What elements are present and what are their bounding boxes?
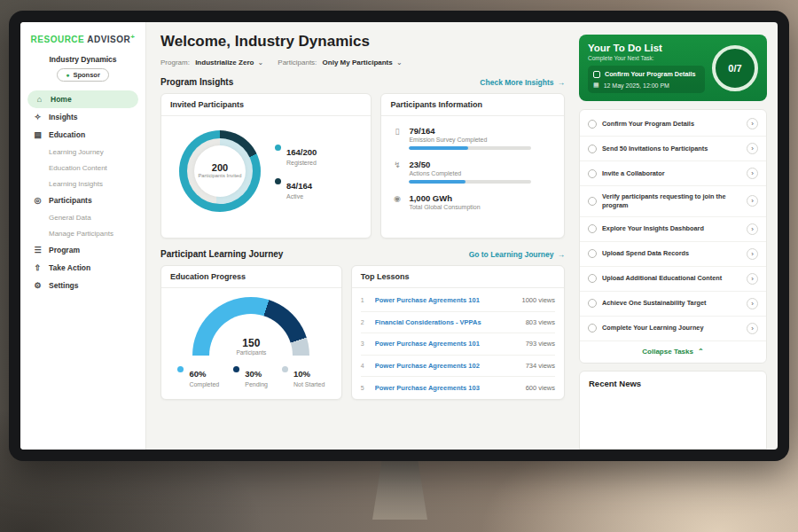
sidebar-item-learning-journey[interactable]: Learning Journey xyxy=(20,144,145,160)
teal-dot-icon xyxy=(275,145,281,151)
task-checkbox[interactable] xyxy=(588,120,597,129)
checkbox-icon[interactable] xyxy=(593,71,600,78)
lesson-link[interactable]: Financial Considerations - VPPAs xyxy=(375,318,519,326)
task-row[interactable]: Achieve One Sustainability Target › xyxy=(580,292,766,317)
collapse-tasks-button[interactable]: Collapse Tasks ⌃ xyxy=(580,341,766,361)
todo-next-task-box[interactable]: Confirm Your Program Details ▦ 12 May 20… xyxy=(588,66,705,93)
chevron-right-icon[interactable]: › xyxy=(747,118,758,129)
education-legend: 60% Completed 30% Pending xyxy=(177,364,325,387)
education-gauge-chart: 150 Participants xyxy=(192,297,309,356)
navy-dot-icon xyxy=(233,366,239,372)
sidebar-item-learning-insights[interactable]: Learning Insights xyxy=(20,176,145,192)
lesson-link[interactable]: Power Purchase Agreements 102 xyxy=(375,362,519,370)
chevron-right-icon[interactable]: › xyxy=(747,248,758,260)
go-to-learning-journey-link[interactable]: Go to Learning Journey → xyxy=(469,250,565,259)
sidebar-item-manage-participants[interactable]: Manage Participants xyxy=(20,225,145,241)
info-value: 1,000 GWh xyxy=(409,193,480,203)
lesson-rank: 2 xyxy=(361,319,368,325)
todo-title: Your To Do List xyxy=(588,43,705,53)
lesson-link[interactable]: Power Purchase Agreements 103 xyxy=(375,384,519,392)
sidebar-item-participants[interactable]: ◎ Participants xyxy=(20,192,145,209)
logo-text-primary: RESOURCE xyxy=(31,35,85,44)
monitor-stand xyxy=(372,458,427,520)
task-checkbox[interactable] xyxy=(588,169,597,178)
sidebar-item-education-content[interactable]: Education Content xyxy=(20,160,145,176)
sidebar-item-education[interactable]: ▤ Education xyxy=(20,126,145,144)
chevron-right-icon[interactable]: › xyxy=(747,195,758,207)
lesson-row[interactable]: 2 Financial Considerations - VPPAs 803 v… xyxy=(361,312,555,334)
legend-label: Completed xyxy=(189,381,219,387)
section-title: Program Insights xyxy=(160,77,233,87)
lesson-row[interactable]: 1 Power Purchase Agreements 101 1000 vie… xyxy=(361,290,555,312)
task-row[interactable]: Invite a Collaborator › xyxy=(580,161,766,186)
chevron-down-icon[interactable]: ⌄ xyxy=(396,59,403,66)
gauge-center-label: 150 Participants xyxy=(192,337,309,356)
info-value: 79/164 xyxy=(409,126,531,136)
pin-icon: ◉ xyxy=(392,193,402,210)
task-label: Explore Your Insights Dashboard xyxy=(602,224,741,233)
task-row[interactable]: Explore Your Insights Dashboard › xyxy=(580,217,766,242)
lesson-rank: 4 xyxy=(361,363,368,369)
sidebar-item-program[interactable]: ☰ Program xyxy=(20,241,145,259)
sponsor-badge[interactable]: ● Sponsor xyxy=(57,68,109,82)
chevron-right-icon[interactable]: › xyxy=(747,223,758,235)
task-checkbox[interactable] xyxy=(588,224,597,233)
sidebar-item-general-data[interactable]: General Data xyxy=(20,209,145,225)
task-row[interactable]: Verify participants requesting to join t… xyxy=(580,186,766,217)
chevron-right-icon[interactable]: › xyxy=(747,323,758,334)
task-checkbox[interactable] xyxy=(588,324,597,332)
task-row[interactable]: Send 50 Invitations to Participants › xyxy=(580,137,766,161)
task-row[interactable]: Confirm Your Program Details › xyxy=(580,112,766,137)
lesson-row[interactable]: 4 Power Purchase Agreements 102 734 view… xyxy=(361,356,555,378)
lesson-row[interactable]: 5 Power Purchase Agreements 103 600 view… xyxy=(361,377,555,399)
legend-label: Not Started xyxy=(293,381,325,387)
sidebar-item-settings[interactable]: ⚙ Settings xyxy=(20,277,145,294)
insights-cards-row: Invited Participants 200 Participants In… xyxy=(160,93,565,239)
task-checkbox[interactable] xyxy=(588,274,597,283)
legend-value: 60% xyxy=(189,369,206,379)
lesson-link[interactable]: Power Purchase Agreements 101 xyxy=(375,340,519,348)
lesson-views: 793 views xyxy=(526,340,555,348)
sidebar-item-insights[interactable]: ✧ Insights xyxy=(20,108,145,126)
lessons-list: 1 Power Purchase Agreements 101 1000 vie… xyxy=(352,288,564,399)
invited-participants-card: Invited Participants 200 Participants In… xyxy=(160,93,372,239)
chevron-right-icon[interactable]: › xyxy=(747,143,758,154)
arrow-right-icon: → xyxy=(558,78,566,87)
chevron-right-icon[interactable]: › xyxy=(747,298,758,309)
lesson-link[interactable]: Power Purchase Agreements 101 xyxy=(375,296,515,304)
sidebar-item-home[interactable]: ⌂ Home xyxy=(27,90,138,108)
task-row[interactable]: Complete Your Learning Journey › xyxy=(580,317,766,341)
chevron-right-icon[interactable]: › xyxy=(747,273,758,285)
chevron-down-icon[interactable]: ⌄ xyxy=(258,59,264,66)
program-icon: ☰ xyxy=(33,246,43,254)
chevron-right-icon[interactable]: › xyxy=(747,168,758,179)
legend-label: Active xyxy=(286,193,312,200)
task-checkbox[interactable] xyxy=(588,145,597,153)
task-checkbox[interactable] xyxy=(588,299,597,308)
card-title: Invited Participants xyxy=(161,94,371,116)
sidebar-item-take-action[interactable]: ⇧ Take Action xyxy=(20,259,145,277)
education-card-body: 150 Participants 60% Completed xyxy=(161,288,341,387)
donut-center-caption: Participants Invited xyxy=(199,173,242,180)
filter-bar: Program: Industrialize Zero ⌄ Participan… xyxy=(160,59,565,66)
legend-label: Registered xyxy=(286,160,317,166)
take-action-icon: ⇧ xyxy=(33,263,43,272)
lesson-row[interactable]: 3 Power Purchase Agreements 101 793 view… xyxy=(361,333,555,356)
program-filter-value[interactable]: Industrialize Zero xyxy=(195,59,254,66)
app-logo: RESOURCE ADVISOR+ xyxy=(20,33,145,44)
task-row[interactable]: Upload Spend Data Records › xyxy=(580,242,766,267)
task-checkbox[interactable] xyxy=(588,249,597,258)
task-row[interactable]: Upload Additional Educational Content › xyxy=(580,267,766,292)
task-checkbox[interactable] xyxy=(588,197,597,206)
legend-item-active: 84/164 Active xyxy=(275,176,317,200)
chevron-up-icon: ⌃ xyxy=(698,348,704,356)
legend-item-pending: 30% Pending xyxy=(233,364,268,387)
progress-bar-fill xyxy=(409,146,467,150)
sidebar-item-label: Program xyxy=(49,246,80,254)
arrow-right-icon: → xyxy=(558,250,566,259)
main-content: Welcome, Industry Dynamics Program: Indu… xyxy=(146,22,575,450)
participants-filter-value[interactable]: Only My Participants xyxy=(323,59,393,66)
check-more-insights-link[interactable]: Check More Insights → xyxy=(480,78,565,87)
logo-text-secondary: ADVISOR xyxy=(87,35,130,44)
participants-information-card: Participants Information ▯ 79/164 Emissi… xyxy=(380,93,565,239)
